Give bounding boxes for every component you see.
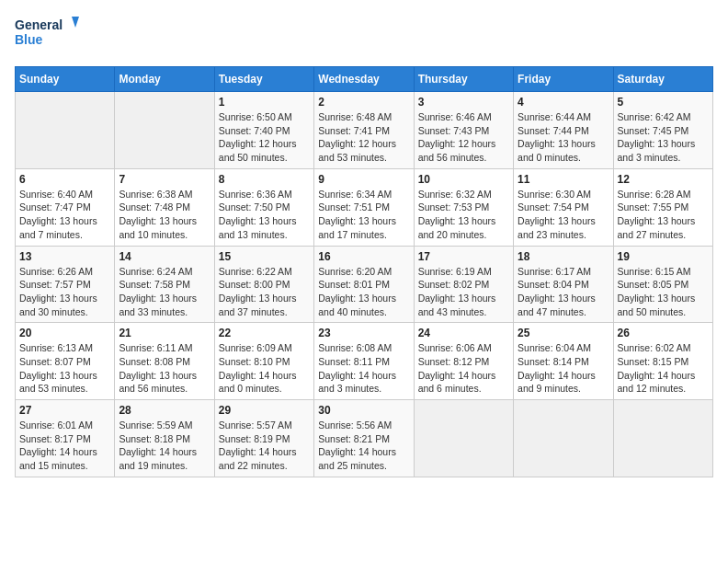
calendar-cell: 4Sunrise: 6:44 AMSunset: 7:44 PMDaylight… <box>514 92 613 169</box>
day-info: Sunrise: 6:44 AMSunset: 7:44 PMDaylight:… <box>518 110 609 165</box>
calendar-week-1: 1Sunrise: 6:50 AMSunset: 7:40 PMDaylight… <box>16 92 713 169</box>
calendar-cell: 6Sunrise: 6:40 AMSunset: 7:47 PMDaylight… <box>16 168 115 246</box>
day-info: Sunrise: 5:59 AMSunset: 8:18 PMDaylight:… <box>119 419 210 473</box>
weekday-header-sunday: Sunday <box>16 67 115 92</box>
weekday-header-wednesday: Wednesday <box>314 67 414 92</box>
calendar-cell: 21Sunrise: 6:11 AMSunset: 8:08 PMDayligh… <box>115 323 214 400</box>
calendar-cell: 22Sunrise: 6:09 AMSunset: 8:10 PMDayligh… <box>214 323 313 400</box>
day-number: 30 <box>318 404 409 417</box>
calendar-cell: 8Sunrise: 6:36 AMSunset: 7:50 PMDaylight… <box>214 168 313 246</box>
calendar-cell: 26Sunrise: 6:02 AMSunset: 8:15 PMDayligh… <box>613 323 712 400</box>
day-number: 14 <box>119 250 210 263</box>
calendar-cell: 24Sunrise: 6:06 AMSunset: 8:12 PMDayligh… <box>414 323 513 400</box>
day-info: Sunrise: 6:17 AMSunset: 8:04 PMDaylight:… <box>518 265 609 319</box>
calendar-cell: 19Sunrise: 6:15 AMSunset: 8:05 PMDayligh… <box>613 246 712 323</box>
calendar-cell: 15Sunrise: 6:22 AMSunset: 8:00 PMDayligh… <box>214 246 313 323</box>
weekday-header-monday: Monday <box>115 67 214 92</box>
day-number: 21 <box>119 327 210 339</box>
calendar-cell: 14Sunrise: 6:24 AMSunset: 7:58 PMDayligh… <box>115 246 214 323</box>
day-info: Sunrise: 6:46 AMSunset: 7:43 PMDaylight:… <box>418 110 509 165</box>
calendar-cell: 25Sunrise: 6:04 AMSunset: 8:14 PMDayligh… <box>514 323 613 400</box>
calendar-cell: 1Sunrise: 6:50 AMSunset: 7:40 PMDaylight… <box>214 92 313 169</box>
calendar-cell: 12Sunrise: 6:28 AMSunset: 7:55 PMDayligh… <box>613 168 712 246</box>
header: General Blue <box>15 15 713 55</box>
day-info: Sunrise: 6:09 AMSunset: 8:10 PMDaylight:… <box>219 341 310 396</box>
calendar-cell: 30Sunrise: 5:56 AMSunset: 8:21 PMDayligh… <box>314 400 414 477</box>
day-info: Sunrise: 6:11 AMSunset: 8:08 PMDaylight:… <box>119 341 210 396</box>
calendar-cell: 27Sunrise: 6:01 AMSunset: 8:17 PMDayligh… <box>16 400 115 477</box>
day-info: Sunrise: 6:50 AMSunset: 7:40 PMDaylight:… <box>219 110 310 165</box>
day-number: 23 <box>318 327 409 339</box>
weekday-header-friday: Friday <box>514 67 613 92</box>
day-number: 24 <box>418 327 509 339</box>
day-info: Sunrise: 5:56 AMSunset: 8:21 PMDaylight:… <box>318 419 409 473</box>
day-number: 20 <box>19 327 110 339</box>
calendar-cell <box>514 400 613 477</box>
logo-svg: General Blue <box>15 15 79 55</box>
day-info: Sunrise: 6:06 AMSunset: 8:12 PMDaylight:… <box>418 341 509 396</box>
calendar-cell: 3Sunrise: 6:46 AMSunset: 7:43 PMDaylight… <box>414 92 513 169</box>
day-info: Sunrise: 6:19 AMSunset: 8:02 PMDaylight:… <box>418 265 509 319</box>
day-info: Sunrise: 6:26 AMSunset: 7:57 PMDaylight:… <box>19 265 110 319</box>
calendar-week-5: 27Sunrise: 6:01 AMSunset: 8:17 PMDayligh… <box>16 400 713 477</box>
day-number: 19 <box>618 250 709 263</box>
day-info: Sunrise: 6:22 AMSunset: 8:00 PMDaylight:… <box>219 265 310 319</box>
day-number: 3 <box>418 96 509 109</box>
day-number: 12 <box>618 173 709 186</box>
day-number: 25 <box>518 327 609 339</box>
weekday-header-thursday: Thursday <box>414 67 513 92</box>
day-number: 5 <box>618 96 709 109</box>
calendar-cell: 9Sunrise: 6:34 AMSunset: 7:51 PMDaylight… <box>314 168 414 246</box>
calendar-cell: 17Sunrise: 6:19 AMSunset: 8:02 PMDayligh… <box>414 246 513 323</box>
calendar-cell <box>613 400 712 477</box>
day-info: Sunrise: 6:28 AMSunset: 7:55 PMDaylight:… <box>618 188 709 242</box>
calendar-cell: 18Sunrise: 6:17 AMSunset: 8:04 PMDayligh… <box>514 246 613 323</box>
weekday-header-saturday: Saturday <box>613 67 712 92</box>
calendar-cell <box>115 92 214 169</box>
svg-text:Blue: Blue <box>15 32 43 47</box>
calendar-cell: 16Sunrise: 6:20 AMSunset: 8:01 PMDayligh… <box>314 246 414 323</box>
day-info: Sunrise: 6:13 AMSunset: 8:07 PMDaylight:… <box>19 341 110 396</box>
day-info: Sunrise: 6:42 AMSunset: 7:45 PMDaylight:… <box>618 110 709 165</box>
day-number: 8 <box>219 173 310 186</box>
day-number: 10 <box>418 173 509 186</box>
day-info: Sunrise: 6:04 AMSunset: 8:14 PMDaylight:… <box>518 341 609 396</box>
day-number: 11 <box>518 173 609 186</box>
day-info: Sunrise: 6:15 AMSunset: 8:05 PMDaylight:… <box>618 265 709 319</box>
day-info: Sunrise: 6:32 AMSunset: 7:53 PMDaylight:… <box>418 188 509 242</box>
day-info: Sunrise: 5:57 AMSunset: 8:19 PMDaylight:… <box>219 419 310 473</box>
calendar-header-row: SundayMondayTuesdayWednesdayThursdayFrid… <box>16 67 713 92</box>
day-info: Sunrise: 6:01 AMSunset: 8:17 PMDaylight:… <box>19 419 110 473</box>
day-info: Sunrise: 6:24 AMSunset: 7:58 PMDaylight:… <box>119 265 210 319</box>
calendar-week-2: 6Sunrise: 6:40 AMSunset: 7:47 PMDaylight… <box>16 168 713 246</box>
day-number: 13 <box>19 250 110 263</box>
day-info: Sunrise: 6:36 AMSunset: 7:50 PMDaylight:… <box>219 188 310 242</box>
day-number: 7 <box>119 173 210 186</box>
day-number: 18 <box>518 250 609 263</box>
day-info: Sunrise: 6:38 AMSunset: 7:48 PMDaylight:… <box>119 188 210 242</box>
day-number: 1 <box>219 96 310 109</box>
calendar-cell: 10Sunrise: 6:32 AMSunset: 7:53 PMDayligh… <box>414 168 513 246</box>
calendar-cell: 11Sunrise: 6:30 AMSunset: 7:54 PMDayligh… <box>514 168 613 246</box>
calendar-cell <box>414 400 513 477</box>
logo: General Blue <box>15 15 79 55</box>
calendar-cell: 5Sunrise: 6:42 AMSunset: 7:45 PMDaylight… <box>613 92 712 169</box>
svg-text:General: General <box>15 17 63 32</box>
day-number: 27 <box>19 404 110 417</box>
day-number: 29 <box>219 404 310 417</box>
calendar-cell: 2Sunrise: 6:48 AMSunset: 7:41 PMDaylight… <box>314 92 414 169</box>
day-info: Sunrise: 6:34 AMSunset: 7:51 PMDaylight:… <box>318 188 409 242</box>
calendar-cell: 23Sunrise: 6:08 AMSunset: 8:11 PMDayligh… <box>314 323 414 400</box>
day-number: 17 <box>418 250 509 263</box>
day-info: Sunrise: 6:20 AMSunset: 8:01 PMDaylight:… <box>318 265 409 319</box>
day-number: 16 <box>318 250 409 263</box>
calendar-cell: 29Sunrise: 5:57 AMSunset: 8:19 PMDayligh… <box>214 400 313 477</box>
day-number: 26 <box>618 327 709 339</box>
day-number: 15 <box>219 250 310 263</box>
day-number: 6 <box>19 173 110 186</box>
calendar-cell <box>16 92 115 169</box>
calendar-week-4: 20Sunrise: 6:13 AMSunset: 8:07 PMDayligh… <box>16 323 713 400</box>
day-info: Sunrise: 6:02 AMSunset: 8:15 PMDaylight:… <box>618 341 709 396</box>
calendar-cell: 7Sunrise: 6:38 AMSunset: 7:48 PMDaylight… <box>115 168 214 246</box>
calendar: SundayMondayTuesdayWednesdayThursdayFrid… <box>15 66 713 477</box>
